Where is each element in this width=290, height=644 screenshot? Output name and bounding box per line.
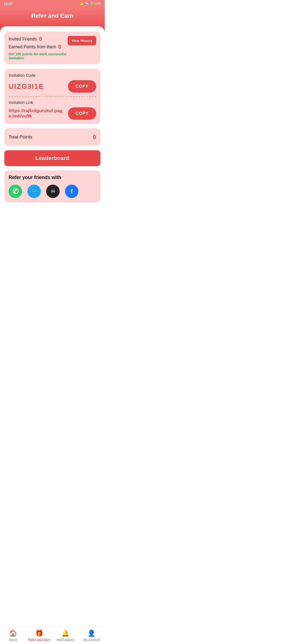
twitter-icon[interactable]: 🐦 xyxy=(27,185,41,198)
refer-friends-card: Refer your friends with ✆ 🐦 ✉ f xyxy=(4,170,100,202)
earned-row: Earned Points from them 0 xyxy=(9,44,68,50)
earned-count: 0 xyxy=(58,44,61,50)
invitation-code: UIZG3I1E xyxy=(9,82,44,91)
social-icons-row: ✆ 🐦 ✉ f xyxy=(9,185,96,198)
points-card: Total Points 0 xyxy=(4,128,100,146)
earn-note: Get 100 points for each successful invit… xyxy=(9,52,68,60)
invited-count: 0 xyxy=(39,36,42,42)
points-label: Total Points xyxy=(9,134,32,140)
status-time: 18:07 xyxy=(4,2,13,6)
invited-label: Invited Friends xyxy=(9,37,37,42)
signal-icon: 📡 xyxy=(85,2,89,6)
status-bar: 18:07 📶 📡 🔋 50% xyxy=(0,0,105,8)
friends-info: Invited Friends 0 Earned Points from the… xyxy=(9,36,68,60)
facebook-icon[interactable]: f xyxy=(65,185,78,198)
points-value: 0 xyxy=(93,134,96,141)
view-history-button[interactable]: View History xyxy=(68,36,96,45)
wifi-icon: 📶 xyxy=(79,2,84,6)
message-icon[interactable]: ✉ xyxy=(46,185,60,198)
leaderboard-button[interactable]: Leaderboard xyxy=(4,150,100,166)
copy-code-button[interactable]: COPY xyxy=(68,80,96,93)
refer-title: Refer your friends with xyxy=(9,175,96,180)
whatsapp-icon[interactable]: ✆ xyxy=(9,185,22,198)
main-content: Invited Friends 0 Earned Points from the… xyxy=(0,26,105,255)
invitation-card: Invitation Code UIZG3I1E COPY Invitation… xyxy=(4,69,100,124)
status-icons: 📶 📡 🔋 50% xyxy=(79,2,101,6)
code-label: Invitation Code xyxy=(9,73,96,78)
invitation-link: https://rajkotgurukul.page.link/vu9k xyxy=(9,108,65,119)
battery-icon: 🔋 50% xyxy=(90,2,101,6)
copy-link-button[interactable]: COPY xyxy=(68,107,96,120)
link-label: Invitation Link xyxy=(9,100,96,105)
divider xyxy=(9,96,96,97)
friends-stats-card: Invited Friends 0 Earned Points from the… xyxy=(4,32,100,64)
link-row: https://rajkotgurukul.page.link/vu9k COP… xyxy=(9,107,96,120)
earned-label: Earned Points from them xyxy=(9,45,56,49)
page-title: Refer and Earn xyxy=(4,12,100,19)
invited-row: Invited Friends 0 xyxy=(9,36,68,42)
code-row: UIZG3I1E COPY xyxy=(9,80,96,93)
